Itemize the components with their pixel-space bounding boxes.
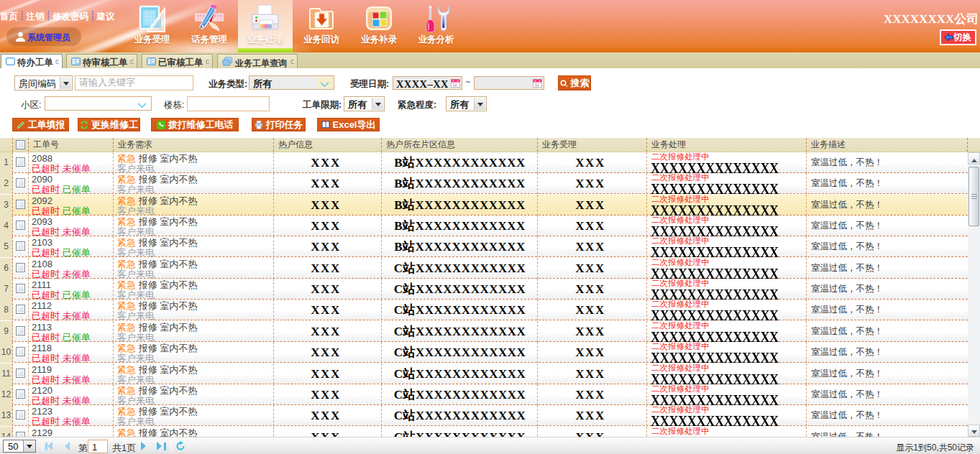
svg-text:12: 12: [535, 83, 539, 87]
svg-text:12: 12: [453, 83, 457, 87]
